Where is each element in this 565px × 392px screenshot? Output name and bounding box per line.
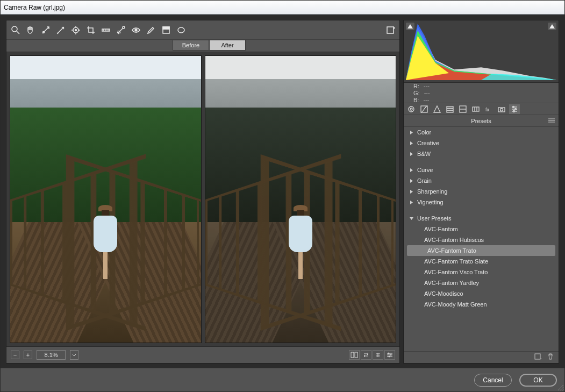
svg-rect-22 xyxy=(351,352,354,358)
svg-rect-19 xyxy=(163,27,169,29)
tab-lens[interactable] xyxy=(470,104,481,114)
white-balance-tool-icon[interactable] xyxy=(41,25,51,35)
color-sampler-tool-icon[interactable] xyxy=(56,25,66,35)
crop-tool-icon[interactable] xyxy=(86,25,96,35)
after-image[interactable] xyxy=(205,55,397,343)
tab-curve[interactable] xyxy=(419,104,430,114)
cancel-button[interactable]: Cancel xyxy=(474,374,512,387)
svg-point-3 xyxy=(63,27,64,27)
copy-settings-icon[interactable] xyxy=(373,350,383,360)
after-tab[interactable]: After xyxy=(209,40,246,51)
preview-pane: Before After xyxy=(6,20,400,364)
svg-rect-38 xyxy=(473,107,479,111)
tab-camera[interactable] xyxy=(496,104,507,114)
tab-detail[interactable] xyxy=(432,104,442,114)
cat-creative[interactable]: Creative xyxy=(404,138,559,148)
cat-user-presets[interactable]: User Presets xyxy=(404,213,559,224)
preset-item[interactable]: AVC-Moody Matt Green xyxy=(404,299,559,310)
rgb-readout: R:--- G:--- B:--- xyxy=(404,83,559,103)
svg-point-30 xyxy=(409,106,414,112)
toggle-settings-icon[interactable] xyxy=(384,350,395,360)
cat-bw[interactable]: B&W xyxy=(404,148,559,159)
target-adjust-tool-icon[interactable] xyxy=(71,25,81,35)
panel-title: Presets xyxy=(471,118,491,124)
zoom-dropdown[interactable] xyxy=(70,350,78,360)
svg-text:fx: fx xyxy=(485,107,490,112)
zoom-out-button[interactable]: − xyxy=(11,351,19,359)
spot-removal-tool-icon[interactable] xyxy=(116,25,126,35)
delete-preset-icon[interactable] xyxy=(547,353,554,362)
preset-item[interactable]: AVC-Fantom Hubiscus xyxy=(404,234,559,245)
shadow-clip-warning-icon[interactable] xyxy=(406,23,414,30)
ok-button[interactable]: OK xyxy=(519,374,557,387)
svg-point-14 xyxy=(123,26,125,28)
histogram[interactable] xyxy=(404,20,559,83)
radial-filter-tool-icon[interactable] xyxy=(176,25,186,35)
window-titlebar: Camera Raw (grl.jpg) xyxy=(1,1,564,15)
tab-fx[interactable]: fx xyxy=(483,104,494,114)
preset-item-selected[interactable]: AVC-Fantom Trato xyxy=(407,245,555,256)
graduated-filter-tool-icon[interactable] xyxy=(161,25,171,35)
preset-item[interactable]: AVC-Fantom Yardley xyxy=(404,277,559,288)
svg-line-1 xyxy=(17,31,19,34)
before-tab[interactable]: Before xyxy=(173,40,209,51)
before-image[interactable] xyxy=(10,55,202,343)
tab-presets[interactable] xyxy=(509,104,520,114)
preferences-icon[interactable] xyxy=(385,25,395,35)
tab-basic[interactable] xyxy=(406,104,417,114)
cat-color[interactable]: Color xyxy=(404,127,559,138)
panel-tabs: fx xyxy=(404,103,559,115)
hand-tool-icon[interactable] xyxy=(26,25,35,35)
tab-split[interactable] xyxy=(457,104,468,114)
new-preset-icon[interactable] xyxy=(534,353,541,362)
compare-view-icon[interactable] xyxy=(349,350,360,360)
toolbar xyxy=(6,20,399,40)
highlight-clip-warning-icon[interactable] xyxy=(548,23,556,30)
red-eye-tool-icon[interactable] xyxy=(131,25,141,35)
adjustment-brush-tool-icon[interactable] xyxy=(146,25,156,35)
window-title: Camera Raw (grl.jpg) xyxy=(4,4,65,11)
preset-item[interactable]: AVC-Fantom xyxy=(404,224,559,234)
side-panel: R:--- G:--- B:--- fx Presets xyxy=(403,20,559,364)
cat-curve[interactable]: Curve xyxy=(404,165,559,175)
presets-list[interactable]: Color Creative B&W Curve Grain Sharpenin… xyxy=(404,127,559,351)
tab-hsl[interactable] xyxy=(445,104,455,114)
zoom-level[interactable]: 8.1% xyxy=(37,350,66,360)
straighten-tool-icon[interactable] xyxy=(101,25,111,35)
svg-rect-34 xyxy=(447,109,453,110)
svg-point-5 xyxy=(75,29,77,31)
svg-point-16 xyxy=(135,29,137,31)
preset-item[interactable]: AVC-Fantom Trato Slate xyxy=(404,256,559,267)
svg-rect-33 xyxy=(447,106,453,108)
resize-grip-icon[interactable] xyxy=(556,383,564,391)
swap-before-after-icon[interactable] xyxy=(361,350,371,360)
zoom-tool-icon[interactable] xyxy=(11,25,20,35)
panel-header: Presets xyxy=(404,115,559,127)
svg-point-43 xyxy=(500,108,503,111)
svg-rect-53 xyxy=(535,354,540,359)
panel-menu-icon[interactable] xyxy=(548,118,555,124)
preset-item[interactable]: AVC-Fantom Vsco Trato xyxy=(404,267,559,277)
svg-rect-23 xyxy=(355,352,357,358)
svg-rect-35 xyxy=(447,111,453,112)
cat-grain[interactable]: Grain xyxy=(404,175,559,186)
zoom-in-button[interactable]: + xyxy=(24,351,32,359)
svg-point-31 xyxy=(410,108,412,110)
svg-point-0 xyxy=(12,26,17,32)
preset-item[interactable]: AVC-Moodisco xyxy=(404,288,559,299)
svg-rect-21 xyxy=(387,27,394,33)
cat-sharpening[interactable]: Sharpening xyxy=(404,186,559,197)
svg-point-20 xyxy=(178,27,184,33)
cat-vignetting[interactable]: Vignetting xyxy=(404,197,559,208)
